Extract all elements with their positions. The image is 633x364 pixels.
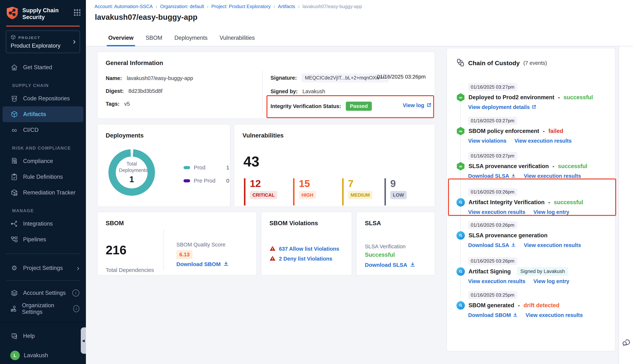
pipelines-icon	[10, 236, 18, 243]
clipboard-check-icon	[10, 174, 18, 180]
page-header: Account: Automation-SSCA › Organization:…	[86, 0, 633, 46]
deny-list-violations-link[interactable]: 2 Deny list Violations	[279, 256, 332, 262]
sbom-quality-score-label: SBOM Quality Score	[176, 242, 226, 248]
support-chat-icon[interactable]	[622, 338, 631, 348]
sidebar-item-compliance[interactable]: Compliance	[0, 153, 86, 169]
download-slsa-link[interactable]: Download SLSA	[365, 262, 407, 268]
severity-badge: LOW	[390, 191, 406, 199]
warning-triangle-icon	[270, 245, 276, 252]
integrity-status-label: Integrity Verification Status:	[270, 103, 341, 109]
view-execution-results-link[interactable]: View execution results	[468, 209, 525, 215]
scan-circle-icon	[456, 198, 465, 206]
severity-badge: CRITICAL	[250, 191, 277, 199]
tab-vulnerabilities[interactable]: Vulnerabilities	[218, 30, 256, 46]
donut-center-label: Total Deployments	[119, 161, 144, 174]
sbom-violations-card: SBOM Violations 637 Allow list Violation…	[261, 212, 352, 276]
chevron-right-icon: ›	[73, 36, 76, 46]
svg-text:?: ?	[13, 334, 15, 337]
breadcrumb-artifacts[interactable]: Artifacts	[278, 4, 295, 9]
digest-value: 8d23bd3b5d8f	[128, 88, 162, 94]
download-sbom-link[interactable]: Download SBOM	[176, 261, 221, 267]
sidebar-item-rule-definitions[interactable]: Rule Definitions	[0, 169, 86, 185]
sidebar-item-remediation-tracker[interactable]: Remediation Tracker	[0, 185, 86, 200]
view-log-entry-link[interactable]: View log entry	[533, 209, 569, 215]
name-label: Name:	[106, 75, 122, 81]
signature-timestamp: 01/16/2025 03:26pm	[377, 74, 426, 80]
slsa-verification-status: Successful	[365, 252, 395, 258]
sidebar-item-project-settings[interactable]: ⚙ Project Settings ›	[0, 260, 86, 276]
view-execution-results-link[interactable]: View execution results	[468, 278, 525, 284]
custody-event: 01/16/2025 03:26pm Artifact Signing Sign…	[456, 257, 606, 284]
view-execution-results-link[interactable]: View execution results	[524, 173, 581, 179]
deployments-legend: Prod 1 Pre Prod 0	[184, 161, 229, 187]
user-menu[interactable]: L Lavakush	[0, 348, 86, 363]
severity-low: 9 LOW	[384, 178, 406, 206]
allow-list-violations-link[interactable]: 637 Allow list Violations	[279, 246, 339, 252]
custody-event: 01/16/2025 03:25pm SBOM generated - drif…	[456, 291, 606, 318]
sidebar-item-code-repositories[interactable]: Code Repositories	[0, 91, 86, 106]
view-execution-results-link[interactable]: View execution results	[524, 242, 581, 248]
sidebar-item-organization-settings[interactable]: Organization Settings i	[0, 301, 86, 316]
deploy-hexagon-icon: ∞	[456, 93, 465, 102]
download-slsa-link[interactable]: Download SLSA	[468, 173, 509, 179]
sidebar-item-help[interactable]: ? Help	[0, 328, 86, 344]
info-icon: i	[73, 305, 79, 312]
severity-critical: 12 CRITICAL	[244, 178, 277, 206]
deployments-donut-chart: Total Deployments 1	[108, 149, 155, 196]
tab-deployments[interactable]: Deployments	[173, 30, 209, 46]
help-chat-icon: ?	[10, 332, 18, 340]
event-status: successful	[554, 199, 583, 206]
event-timestamp: 01/16/2025 03:26pm	[468, 188, 517, 196]
view-execution-results-link[interactable]: View execution results	[514, 138, 572, 144]
tab-sbom[interactable]: SBOM	[144, 30, 164, 46]
integrity-status-badge: Passed	[346, 102, 372, 111]
breadcrumb-sep-icon: ›	[156, 4, 157, 9]
vertical-divider	[164, 230, 164, 270]
signature-label: Signature:	[270, 75, 297, 81]
download-slsa-link[interactable]: Download SLSA	[468, 242, 509, 248]
project-selector[interactable]: PROJECT Product Exploratory ›	[6, 30, 80, 53]
download-sbom-link[interactable]: Download SBOM	[468, 312, 511, 318]
view-deployment-details-link[interactable]: View deployment details	[468, 104, 530, 110]
sidebar-item-integrations[interactable]: Integrations	[0, 216, 86, 232]
app-logo-shield-icon	[6, 6, 18, 20]
name-value: lavakush07/easy-buggy-app	[127, 75, 193, 81]
card-title: Deployments	[106, 132, 144, 139]
sidebar-item-account-settings[interactable]: Account Settings i	[0, 285, 86, 301]
scan-circle-icon	[456, 231, 465, 240]
card-title: SLSA	[365, 220, 381, 227]
tab-bar: Overview SBOM Deployments Vulnerabilitie…	[107, 30, 256, 46]
event-timestamp: 01/16/2025 03:27pm	[468, 83, 517, 91]
chain-of-custody-panel: Chain of Custody (7 events) 01/16/2025 0…	[446, 48, 616, 351]
card-title: General Information	[106, 60, 163, 66]
breadcrumb-organization[interactable]: Organization: default	[160, 4, 204, 9]
brand-divider	[6, 26, 80, 26]
sidebar-item-cicd[interactable]: ∞ CI/CD	[0, 122, 86, 138]
app-title: Supply Chain Security	[22, 6, 58, 20]
custody-event: 01/16/2025 03:27pm ∞ SLSA provenance ver…	[456, 152, 606, 179]
project-label: PROJECT	[18, 36, 40, 40]
download-icon	[223, 261, 229, 267]
sidebar-item-artifacts[interactable]: Artifacts	[2, 106, 83, 122]
sidebar-item-pipelines[interactable]: Pipelines	[0, 232, 86, 247]
vulnerabilities-card: Vulnerabilities 43 12 CRITICAL 15 HIGH 7…	[234, 124, 435, 207]
signed-by-label: Signed by:	[270, 88, 298, 94]
view-log-link[interactable]: View log	[403, 102, 424, 108]
code-repo-icon	[10, 95, 18, 102]
sidebar-item-get-started[interactable]: Get Started	[0, 60, 86, 75]
event-status: successful	[564, 94, 593, 101]
signed-by-badge: Signed by Lavakush	[517, 267, 568, 276]
tab-overview[interactable]: Overview	[107, 30, 135, 46]
breadcrumb-project[interactable]: Project: Product Exploratory	[211, 4, 271, 9]
view-log-entry-link[interactable]: View log entry	[533, 278, 569, 284]
view-execution-results-link[interactable]: View execution results	[526, 312, 583, 318]
breadcrumb-sep-icon: ›	[207, 4, 208, 9]
sidebar-collapse-handle[interactable]: ◀	[81, 328, 86, 354]
compliance-doc-icon	[10, 158, 18, 164]
view-violations-link[interactable]: View violations	[468, 138, 506, 144]
app-grid-icon[interactable]	[73, 8, 80, 16]
chain-events-count: (7 events)	[523, 60, 547, 66]
box-wrench-icon	[10, 189, 18, 196]
breadcrumb-account[interactable]: Account: Automation-SSCA	[94, 4, 153, 9]
sidebar-divider	[6, 254, 80, 254]
